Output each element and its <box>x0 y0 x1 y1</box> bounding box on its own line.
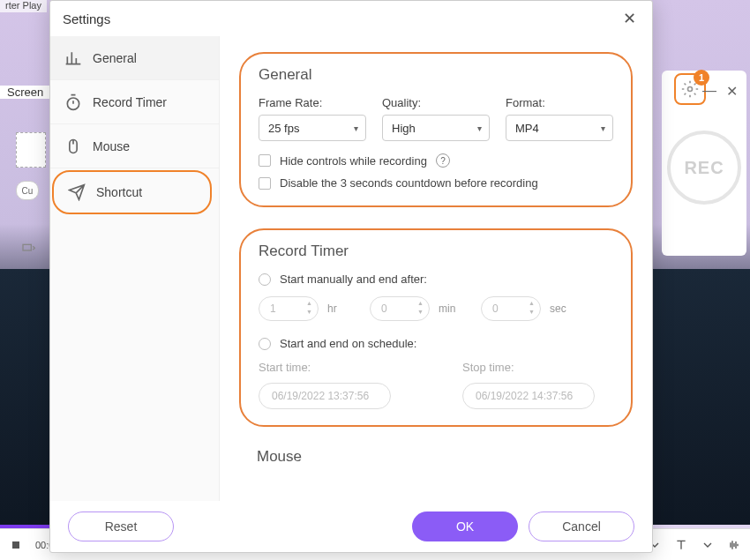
export-icon[interactable] <box>19 242 37 256</box>
sidebar-item-shortcut[interactable]: Shortcut <box>52 170 212 214</box>
minutes-input[interactable]: 0▲▼ <box>370 296 430 321</box>
frame-rate-label: Frame Rate: <box>259 96 366 109</box>
panel-close-button[interactable]: ✕ <box>726 83 738 100</box>
hide-controls-checkbox[interactable] <box>259 154 271 167</box>
dialog-footer: Reset OK Cancel <box>50 501 652 552</box>
sidebar-item-label: Shortcut <box>96 185 142 199</box>
window-title: rter Play <box>0 0 47 12</box>
schedule-label: Start and end on schedule: <box>280 337 416 350</box>
crop-tool[interactable] <box>16 132 46 168</box>
section-heading: General <box>259 66 613 84</box>
chevron-down-icon[interactable] <box>701 538 715 552</box>
min-unit: min <box>439 302 472 315</box>
screen-tab-label[interactable]: Screen <box>0 86 50 99</box>
help-icon[interactable]: ? <box>436 153 450 168</box>
svg-point-1 <box>688 87 693 92</box>
custom-crop-button[interactable]: Cu <box>16 181 39 200</box>
sidebar-item-record-timer[interactable]: Record Timer <box>50 80 219 124</box>
stop-time-input[interactable]: 06/19/2022 14:37:56 <box>462 383 595 409</box>
bar-chart-icon <box>64 49 82 67</box>
hide-controls-label: Hide controls while recording <box>280 154 427 168</box>
paper-plane-icon <box>68 183 86 201</box>
sidebar-item-mouse[interactable]: Mouse <box>50 124 219 168</box>
general-section: General Frame Rate: 25 fps▾ Quality: Hig… <box>239 52 633 207</box>
settings-content: General Frame Rate: 25 fps▾ Quality: Hig… <box>220 36 652 501</box>
dialog-title: Settings <box>63 11 110 26</box>
quality-select[interactable]: High▾ <box>382 115 490 141</box>
record-side-panel: 1 — ✕ REC <box>662 71 746 256</box>
stopwatch-icon <box>64 93 82 111</box>
sidebar-item-label: General <box>93 51 137 65</box>
sidebar-item-general[interactable]: General <box>50 36 219 80</box>
start-time-input[interactable]: 06/19/2022 13:37:56 <box>259 383 391 409</box>
seconds-input[interactable]: 0▲▼ <box>481 296 541 321</box>
hr-unit: hr <box>327 302 361 315</box>
quality-label: Quality: <box>382 96 490 109</box>
svg-point-5 <box>67 98 79 109</box>
disable-countdown-checkbox[interactable] <box>259 177 271 190</box>
hours-input[interactable]: 1▲▼ <box>259 296 319 321</box>
ok-button[interactable]: OK <box>412 511 518 541</box>
mouse-icon <box>64 138 82 155</box>
sidebar-item-label: Mouse <box>93 139 130 153</box>
record-timer-section: Record Timer Start manually and end afte… <box>239 228 633 427</box>
stop-icon[interactable] <box>9 538 23 552</box>
record-button[interactable]: REC <box>667 131 741 205</box>
text-tool-icon[interactable] <box>674 538 688 552</box>
reset-button[interactable]: Reset <box>68 511 174 541</box>
dialog-header: Settings ✕ <box>50 1 652 36</box>
section-heading: Mouse <box>257 448 615 466</box>
sec-unit: sec <box>550 302 583 315</box>
settings-dialog: Settings ✕ General Record Timer Mouse Sh… <box>49 0 653 553</box>
format-label: Format: <box>506 96 613 109</box>
schedule-radio[interactable] <box>259 338 271 350</box>
minimize-button[interactable]: — <box>702 83 716 99</box>
svg-rect-2 <box>12 541 19 549</box>
format-select[interactable]: MP4▾ <box>506 115 613 141</box>
waveform-icon[interactable] <box>727 538 741 552</box>
mouse-section: Mouse <box>239 448 633 466</box>
settings-sidebar: General Record Timer Mouse Shortcut <box>50 36 220 501</box>
manual-label: Start manually and end after: <box>280 273 427 286</box>
disable-countdown-label: Disable the 3 seconds countdown before r… <box>280 176 538 190</box>
cancel-button[interactable]: Cancel <box>529 511 634 541</box>
section-heading: Record Timer <box>259 243 613 260</box>
sidebar-item-label: Record Timer <box>93 95 167 109</box>
start-time-label: Start time: <box>259 361 409 374</box>
stop-time-label: Stop time: <box>462 361 613 374</box>
manual-radio[interactable] <box>259 273 271 286</box>
frame-rate-select[interactable]: 25 fps▾ <box>259 115 366 141</box>
svg-rect-0 <box>23 244 31 250</box>
settings-badge[interactable]: 1 <box>674 73 706 105</box>
dialog-close-button[interactable]: ✕ <box>619 5 640 32</box>
